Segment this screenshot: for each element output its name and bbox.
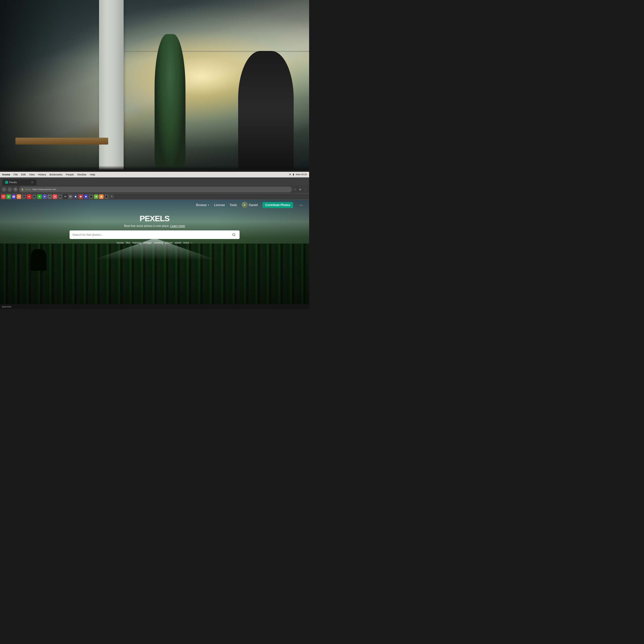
ext-close[interactable]: ✕ [109,194,114,199]
learn-more-link[interactable]: Learn more [170,224,185,228]
pexels-hero-content: PEXELS Best free stock photos in one pla… [0,211,309,244]
extensions-icon[interactable]: ⊕ [298,187,302,191]
browse-label: Browse [196,203,207,207]
pexels-search-bar[interactable]: Search for free photos... [70,230,240,239]
menu-bookmarks[interactable]: Bookmarks [50,173,62,176]
menu-icon[interactable]: ⋮ [303,187,307,191]
ext-calendar[interactable]: 📅 [11,194,16,199]
tag-blur[interactable]: blur [126,241,130,244]
ext-gmail[interactable]: M [1,194,6,199]
ext-12[interactable]: ◆ [73,194,78,199]
ext-9[interactable]: M [58,194,62,199]
ext-5[interactable]: ● [37,194,42,199]
ext-16[interactable]: ◆ [94,194,98,199]
ext-8[interactable]: ● [53,194,57,199]
secure-icon: 🔒 [21,188,24,191]
chrome-omnibar: ‹ › ↻ 🔒 Secure https://www.pexels.com ☆ … [0,185,309,193]
battery-icon: ▮ [293,173,294,176]
tag-meeting[interactable]: meeting [154,241,163,244]
url-bar[interactable]: 🔒 Secure https://www.pexels.com [19,187,292,192]
license-label: License [214,203,225,207]
menu-view[interactable]: View [29,173,35,176]
tag-vintage[interactable]: vintage [143,241,152,244]
ext-17[interactable]: ◆ [99,194,104,199]
ext-1[interactable]: ● [17,194,21,199]
ext-15[interactable]: ◆ [89,194,93,199]
menu-file[interactable]: File [14,173,18,176]
chrome-tab-pexels[interactable]: Pexels ✕ [2,179,37,185]
pexels-website: Browse ▼ License Tools D Daniel Contribu… [0,200,309,309]
chrome-extensions-bar: M ▲ 📅 ● ● ● ● ● ● ● ● M M M ◆ ◆ ◆ ◆ ◆ ◆ … [0,193,309,200]
svg-point-0 [233,234,235,236]
monitor-area: hrome File Edit View History Bookmarks P… [0,170,309,309]
mac-menubar-right: ⊕ ▮ Wed 16:15 [289,173,307,176]
menu-edit[interactable]: Edit [21,173,26,176]
url-text: https://www.pexels.com [32,188,56,191]
menu-window[interactable]: Window [77,173,86,176]
background-photo [0,0,309,170]
pexels-navbar: Browse ▼ License Tools D Daniel Contribu… [0,200,309,210]
bookmark-icon[interactable]: ☆ [293,187,297,191]
menu-history[interactable]: History [38,173,46,176]
forward-button[interactable]: › [7,187,12,192]
nav-browse[interactable]: Browse ▼ [196,203,210,207]
browse-chevron: ▼ [208,204,210,206]
tag-phone[interactable]: phone [165,241,173,244]
ext-10[interactable]: M [63,194,68,199]
ext-6[interactable]: ● [42,194,47,199]
tag-training[interactable]: training [133,241,141,244]
office-table [15,138,108,145]
user-name[interactable]: Daniel [249,203,258,207]
monitor-bezel [0,166,309,170]
svg-line-1 [234,235,235,236]
tag-more[interactable]: more → [183,241,192,244]
tab-close-button[interactable]: ✕ [30,181,34,184]
pexels-logo: PEXELS [140,214,169,223]
ext-2[interactable]: ● [22,194,26,199]
pexels-tagline: Best free stock photos in one place. Lea… [124,224,185,228]
ext-drive[interactable]: ▲ [6,194,11,199]
tag-wood[interactable]: wood [175,241,181,244]
chrome-tabbar: Pexels ✕ [0,177,309,185]
ext-18[interactable]: ◆ [104,194,109,199]
pexels-nav-center: Browse ▼ License Tools D Daniel Contribu… [196,202,305,208]
office-chair [238,51,294,170]
tagline-text: Best free stock photos in one place. [124,224,169,228]
office-plant [155,34,185,170]
contribute-photos-button[interactable]: Contribute Photos [262,202,293,208]
ceiling-beam [124,51,309,52]
secure-label: Secure [25,188,31,190]
omnibar-right-icons: ☆ ⊕ ⋮ [293,187,307,191]
tab-favicon [5,181,8,184]
nav-tools[interactable]: Tools [230,203,237,207]
ext-4[interactable]: ● [32,194,37,199]
ext-14[interactable]: ◆ [84,194,88,199]
user-section: D Daniel [242,202,258,208]
searches-label: Searches [2,305,11,308]
menu-help[interactable]: Help [90,173,95,176]
tools-label: Tools [230,203,237,207]
pexels-tags-row: house blur training vintage meeting phon… [117,241,193,244]
tab-title: Pexels [9,181,17,184]
app-name: hrome [2,173,10,176]
chrome-browser: hrome File Edit View History Bookmarks P… [0,172,309,309]
menu-people[interactable]: People [66,173,74,176]
user-avatar[interactable]: D [242,202,248,208]
mac-menubar: hrome File Edit View History Bookmarks P… [0,172,309,177]
nav-license[interactable]: License [214,203,225,207]
wifi-icon: ⊕ [289,173,291,176]
more-options-button[interactable]: ··· [298,202,305,208]
ext-13[interactable]: ◆ [78,194,83,199]
back-button[interactable]: ‹ [2,187,6,192]
taskbar: Searches [0,304,309,309]
tag-house[interactable]: house [117,241,124,244]
reload-button[interactable]: ↻ [13,187,18,192]
ext-11[interactable]: M [68,194,73,199]
search-icon[interactable] [231,232,237,238]
ext-7[interactable]: ● [48,194,52,199]
ext-3[interactable]: ● [27,194,31,199]
clock: Wed 16:15 [296,173,307,176]
search-placeholder: Search for free photos... [72,233,229,236]
